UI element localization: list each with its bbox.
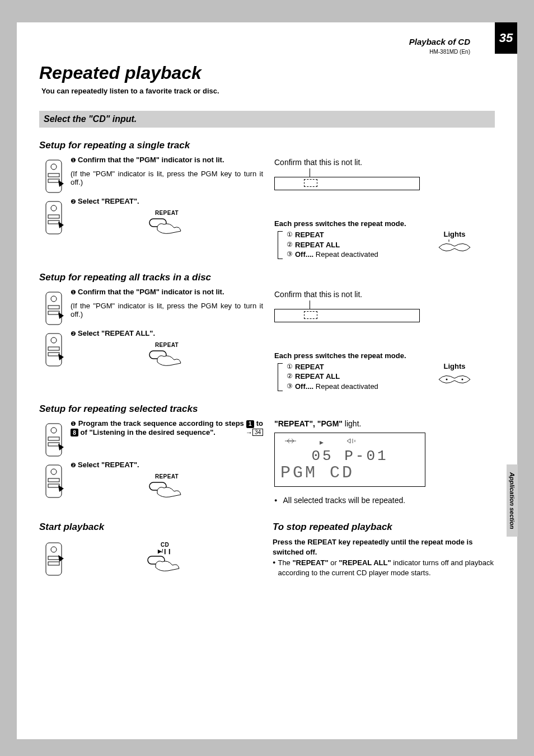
page-number-box: 35 <box>495 22 517 54</box>
s1-mode-1: REPEAT <box>295 230 324 240</box>
header-block: Playback of CD HM-381MD (En) <box>39 37 495 55</box>
press-icon <box>147 349 186 368</box>
indicator-placeholder <box>304 179 317 187</box>
lights-icon <box>437 240 472 255</box>
s2-step1: ❶ Confirm that the "PGM" indicator is no… <box>39 288 263 326</box>
s1-step2-bold: Select "REPEAT". <box>78 197 139 205</box>
s3-step1-pre: Program the track sequence according to … <box>78 419 246 428</box>
s2-step1-text: ❶ Confirm that the "PGM" indicator is no… <box>68 288 263 326</box>
play-indicator-icon: ▸ <box>320 438 324 447</box>
s3-step2-text: ❷ Select "REPEAT". REPEAT <box>68 461 263 501</box>
s1-mode-heading: Each press switches the repeat mode. <box>274 219 495 228</box>
cd-btn-label: CD <box>68 542 261 548</box>
display-icons-row: ▸ <box>280 436 419 449</box>
s1-step1-bold: Confirm that the "PGM" indicator is not … <box>78 156 224 164</box>
repeat-btn-label: REPEAT <box>71 473 263 480</box>
section3-heading: Setup for repeating selected tracks <box>39 403 495 415</box>
cd-btn-symbol: ▶/❙❙ <box>68 548 261 554</box>
section2-body: ❶ Confirm that the "PGM" indicator is no… <box>39 288 495 392</box>
step-ref-2: 8 <box>71 429 78 436</box>
section1-right: Confirm that this is not lit. Each press… <box>263 156 495 260</box>
s2-mode-1: REPEAT <box>295 362 324 372</box>
s1-mode-3b: Repeat deactivated <box>313 250 378 259</box>
s1-mode-block: ①REPEAT ②REPEAT ALL ③Off.... Repeat deac… <box>274 230 495 260</box>
section3-right: "REPEAT", "PGM" light. ▸ 05 P-01 PGM CD … <box>263 419 495 505</box>
s2-step2-text: ❷ Select "REPEAT ALL". REPEAT <box>68 329 263 369</box>
s2-step2: ❷ Select "REPEAT ALL". REPEAT <box>39 329 263 369</box>
remote-icon <box>39 329 68 369</box>
display-box-small <box>274 309 420 322</box>
stop-playback-col: To stop repeated playback Press the REPE… <box>273 522 495 580</box>
s1-step1: ❶ Confirm that the "PGM" indicator is no… <box>39 156 263 194</box>
stop-body: Press the REPEAT key repeatedly until th… <box>273 537 495 577</box>
manual-page: 35 Playback of CD HM-381MD (En) Repeated… <box>17 22 517 739</box>
s3-step1: ❶ Program the track sequence according t… <box>39 419 263 457</box>
display-box-small <box>274 177 420 190</box>
repeat-button-diagram: REPEAT <box>71 342 263 369</box>
s1-lights-label: Lights <box>437 230 472 238</box>
section-label: Playback of CD <box>39 37 470 46</box>
start-playback-col: Start playback CD ▶/❙❙ <box>39 522 261 580</box>
remote-icon <box>39 156 68 194</box>
s3-bullet: All selected tracks will be repeated. <box>274 496 495 505</box>
start-step: CD ▶/❙❙ <box>39 538 261 576</box>
s2-mode-2: REPEAT ALL <box>295 372 340 382</box>
s3-step2-bold: Select "REPEAT". <box>78 461 139 469</box>
stop-line1: Press the REPEAT key repeatedly until th… <box>273 538 472 556</box>
press-icon <box>147 480 186 499</box>
s1-step2: ❷ Select "REPEAT". REPEAT <box>39 197 263 237</box>
section2-right: Confirm that this is not lit. Each press… <box>263 288 495 392</box>
s2-step1-bold: Confirm that the "PGM" indicator is not … <box>78 288 224 296</box>
s1-step1-text: ❶ Confirm that the "PGM" indicator is no… <box>68 156 263 194</box>
svg-point-20 <box>462 378 463 380</box>
remote-icon <box>39 461 68 501</box>
model-label: HM-381MD (En) <box>39 49 470 55</box>
remote-icon <box>39 197 68 237</box>
section2-left: ❶ Confirm that the "PGM" indicator is no… <box>39 288 263 392</box>
display-line-2: PGM CD <box>280 464 419 482</box>
s3-step1-mid: to <box>254 419 263 428</box>
s1-step2-text: ❷ Select "REPEAT". REPEAT <box>68 197 263 237</box>
section3-left: ❶ Program the track sequence according t… <box>39 419 263 505</box>
section1-body: ❶ Confirm that the "PGM" indicator is no… <box>39 156 495 260</box>
cd-play-button-diagram: CD ▶/❙❙ <box>68 538 261 576</box>
press-icon <box>147 217 186 236</box>
side-tab-label: Application section <box>507 464 518 537</box>
s1-mode-2: REPEAT ALL <box>295 240 340 250</box>
select-cd-bar: Select the "CD" input. <box>39 111 495 128</box>
s1-mode-3a: Off.... <box>295 250 313 259</box>
press-icon <box>146 554 185 573</box>
repeat-btn-label: REPEAT <box>71 210 263 216</box>
stop-bullet-mid: or <box>329 558 339 567</box>
s2-mode-list: ①REPEAT ②REPEAT ALL ③Off.... Repeat deac… <box>274 362 378 392</box>
section1-heading: Setup for repeating a single track <box>39 140 495 151</box>
s3-step1-post: of "Listening in the desired sequence". <box>78 428 216 436</box>
s2-step2-bold: Select "REPEAT ALL". <box>78 329 155 337</box>
s1-confirm-line: Confirm that this is not lit. <box>274 158 495 167</box>
section1-left: ❶ Confirm that the "PGM" indicator is no… <box>39 156 263 260</box>
remote-icon <box>39 419 68 457</box>
s3-step2: ❷ Select "REPEAT". REPEAT <box>39 461 263 501</box>
s2-mode-3a: Off.... <box>295 382 313 391</box>
display-line-1: 05 P-01 <box>280 449 419 464</box>
s3-light-line: "REPEAT", "PGM" light. <box>274 419 495 428</box>
s1-lights-block: Lights <box>437 230 495 260</box>
stop-bullet-b2: "REPEAL ALL" <box>339 558 391 567</box>
remote-icon <box>39 538 68 576</box>
s2-mode-block: ①REPEAT ②REPEAT ALL ③Off.... Repeat deac… <box>274 362 495 392</box>
section2-heading: Setup for repeating all tracks in a disc <box>39 272 495 283</box>
repeat-btn-label: REPEAT <box>71 342 263 348</box>
stop-heading: To stop repeated playback <box>273 522 495 533</box>
s2-mode-heading: Each press switches the repeat mode. <box>274 351 495 360</box>
step-ref-1: 1 <box>246 420 254 428</box>
start-heading: Start playback <box>39 522 261 533</box>
page-ref: 34 <box>252 429 263 436</box>
s1-step1-note: (If the "PGM" indicator is lit, press th… <box>71 170 263 186</box>
section3-body: ❶ Program the track sequence according t… <box>39 419 495 505</box>
s2-lights-label: Lights <box>437 362 472 370</box>
stop-bullet-pre: The <box>278 558 292 567</box>
s2-mode-3b: Repeat deactivated <box>313 382 378 391</box>
s2-confirm-line: Confirm that this is not lit. <box>274 290 495 299</box>
s2-step1-note: (If the "PGM" indicator is lit, press th… <box>71 302 263 318</box>
lights-icon <box>437 372 472 387</box>
